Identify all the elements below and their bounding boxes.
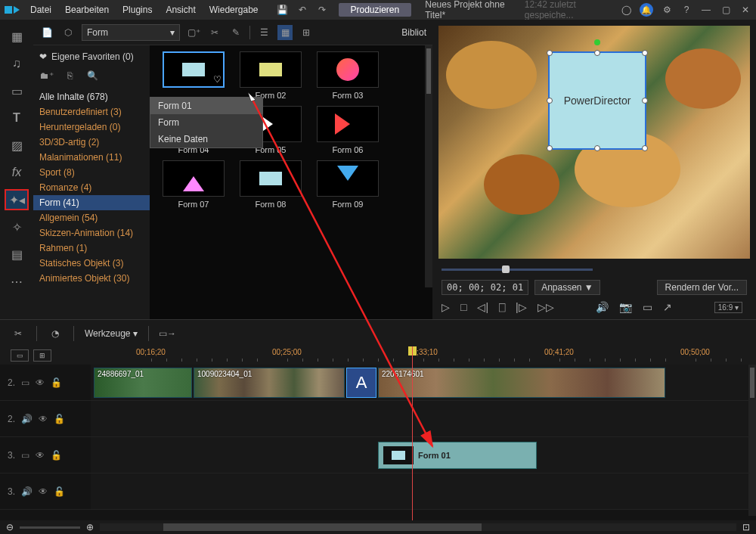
ctx-form01[interactable]: Form 01 (150, 98, 262, 114)
visibility-icon[interactable]: 👁 (36, 450, 45, 461)
zoom-slider[interactable] (20, 526, 80, 529)
minimize-icon[interactable]: — (700, 4, 712, 16)
play-icon[interactable]: ▷ (442, 301, 450, 313)
dock-icon[interactable]: ▭ (643, 301, 652, 313)
category-item-8[interactable]: Allgemein (54) (33, 210, 150, 225)
favorites-header[interactable]: ❤ Eigene Favoriten (0) (33, 48, 150, 65)
preview-window[interactable]: PowerDirector (438, 26, 750, 259)
thumbs-scrollbar[interactable] (425, 45, 432, 287)
shape-thumb-3[interactable]: Form 03 (310, 51, 386, 100)
zoom-out-icon[interactable]: ⊖ (6, 522, 14, 532)
goto-icon[interactable]: ⎕ (499, 301, 505, 313)
video-clip-2[interactable]: 1009023404_01 (194, 368, 345, 398)
fit-timeline-icon[interactable]: ⊡ (742, 522, 750, 532)
tools-dropdown[interactable]: Werkzeuge ▾ (85, 328, 138, 339)
scissors-icon[interactable]: ✂ (207, 25, 222, 40)
folder-add-icon[interactable]: 🖿⁺ (39, 68, 54, 83)
search-icon[interactable]: 🔍 (85, 68, 100, 83)
new-icon[interactable]: ▢⁺ (186, 25, 201, 40)
maximize-icon[interactable]: ▢ (720, 4, 732, 16)
timecode-display[interactable]: 00; 00; 02; 01 (442, 280, 528, 295)
video-clip-1[interactable]: 24886697_01 (94, 368, 192, 398)
category-item-7[interactable]: Form (41) (33, 195, 150, 210)
title-tab-icon[interactable]: T (5, 107, 29, 129)
prev-frame-icon[interactable]: ◁| (477, 301, 488, 313)
next-frame-icon[interactable]: |▷ (516, 301, 527, 313)
shape-thumb-1[interactable]: ♡ (156, 51, 231, 100)
lock-icon[interactable]: 🔓 (51, 377, 62, 388)
menu-file[interactable]: Datei (24, 3, 57, 17)
category-item-5[interactable]: Sport (8) (33, 165, 150, 180)
notification-icon[interactable]: 🔔 (640, 3, 653, 17)
category-item-10[interactable]: Rahmen (1) (33, 241, 150, 256)
category-item-2[interactable]: Heruntergeladen (0) (33, 120, 150, 135)
ctx-nodata[interactable]: Keine Daten (150, 131, 262, 147)
lock-icon[interactable]: 🔓 (54, 414, 65, 424)
keyframe-icon[interactable]: ▭→ (160, 326, 175, 341)
category-item-11[interactable]: Statisches Objekt (3) (33, 256, 150, 271)
timeline-h-scrollbar[interactable] (100, 523, 736, 531)
visibility-icon[interactable]: 👁 (39, 486, 48, 497)
media-tab-icon[interactable]: ▦ (5, 26, 29, 47)
marker-icon[interactable]: ◔ (48, 326, 63, 341)
lock-icon[interactable]: 🔓 (51, 450, 62, 461)
snapshot-icon[interactable]: 📷 (619, 301, 632, 313)
shape-thumb-9[interactable]: Form 09 (310, 160, 386, 209)
visibility-icon[interactable]: 👁 (36, 377, 45, 388)
menu-playback[interactable]: Wiedergabe (203, 3, 265, 17)
more-tab-icon[interactable]: ⋯ (5, 271, 29, 292)
undo-icon[interactable]: ↶ (296, 4, 308, 16)
subtitles-tab-icon[interactable]: ▤ (5, 244, 29, 265)
zoom-in-icon[interactable]: ⊕ (86, 522, 94, 532)
category-item-4[interactable]: Malanimationen (11) (33, 150, 150, 165)
import-icon[interactable]: 📄 (39, 25, 54, 40)
tag-icon[interactable]: ⎘ (62, 68, 77, 83)
grid-view-icon[interactable]: ▦ (277, 25, 293, 40)
view-mode-1-icon[interactable]: ▭ (11, 349, 29, 362)
video-clip-3[interactable]: 2206174601 (378, 368, 665, 398)
list-view-icon[interactable]: ☰ (256, 25, 271, 40)
category-item-1[interactable]: Benutzerdefiniert (3) (33, 104, 150, 120)
shape-thumb-8[interactable]: Form 08 (233, 160, 308, 209)
stop-icon[interactable]: □ (460, 301, 466, 313)
menu-edit[interactable]: Bearbeiten (59, 3, 115, 17)
shape-thumb-2[interactable]: Form 02 (233, 51, 308, 100)
category-item-0[interactable]: Alle Inhalte (678) (33, 89, 150, 104)
view-mode-2-icon[interactable]: ⊞ (33, 349, 51, 362)
particle-tab-icon[interactable]: ✧ (5, 216, 29, 238)
audio-tab-icon[interactable]: ♫ (5, 53, 29, 74)
shape-thumb-7[interactable]: Form 07 (156, 160, 231, 209)
download-icon[interactable]: ⬡ (60, 25, 76, 40)
fit-dropdown[interactable]: Anpassen ▼ (534, 280, 600, 295)
pip-shape-clip[interactable]: Form 01 (378, 442, 537, 469)
category-item-9[interactable]: Skizzen-Animation (14) (33, 225, 150, 241)
category-item-6[interactable]: Romanze (4) (33, 180, 150, 195)
save-icon[interactable]: 💾 (277, 4, 289, 16)
tracks-scrollbar[interactable] (748, 365, 756, 516)
timeline-ruler[interactable]: ▭ ⊞ 00;16;2000;25;0000;33;1000;41;2000;5… (0, 346, 756, 365)
redo-icon[interactable]: ↷ (316, 4, 328, 16)
help-icon[interactable]: ? (680, 4, 692, 16)
fast-forward-icon[interactable]: ▷▷ (538, 301, 554, 313)
volume-icon[interactable]: 🔊 (596, 301, 609, 313)
close-icon[interactable]: ✕ (739, 4, 751, 16)
fx-tab-icon[interactable]: fx (5, 162, 29, 183)
aspect-ratio-dropdown[interactable]: 16:9 ▾ (714, 302, 742, 313)
menu-view[interactable]: Ansicht (160, 3, 201, 17)
library-label[interactable]: Bibliot (401, 27, 426, 38)
shape-thumb-6[interactable]: Form 06 (310, 106, 386, 154)
produce-button[interactable]: Produzieren (339, 3, 412, 17)
pip-shape-overlay[interactable]: PowerDirector (548, 51, 646, 150)
category-dropdown[interactable]: Form▾ (82, 24, 180, 41)
razor-icon[interactable]: ✂ (11, 326, 26, 341)
menu-plugins[interactable]: Plugins (116, 3, 158, 17)
account-icon[interactable]: ◯ (620, 4, 632, 16)
visibility-icon[interactable]: 👁 (39, 414, 48, 424)
pip-tab-icon[interactable]: ✦◂ (5, 189, 29, 210)
lock-icon[interactable]: 🔓 (54, 486, 65, 497)
playhead-line[interactable] (412, 346, 413, 520)
title-clip[interactable]: A (346, 368, 376, 398)
rotate-handle[interactable] (594, 39, 600, 45)
preview-seek-slider[interactable] (435, 262, 753, 277)
render-preview-button[interactable]: Rendern der Vor... (657, 280, 747, 295)
